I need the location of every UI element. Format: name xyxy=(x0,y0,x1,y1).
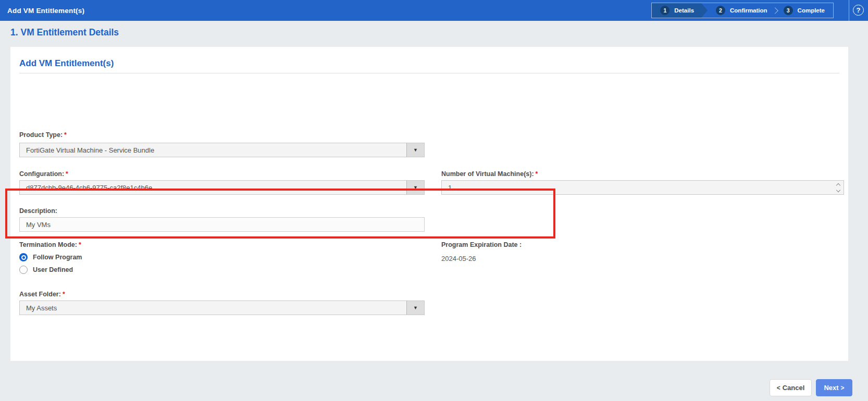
num-vms-value: 1 xyxy=(442,184,833,192)
step-label: Details xyxy=(674,7,694,14)
num-vms-input[interactable]: 1 xyxy=(441,180,844,195)
asset-folder-value: My Assets xyxy=(20,304,406,312)
description-input[interactable]: My VMs xyxy=(19,217,425,232)
next-button-label: Next xyxy=(824,384,838,392)
step-number-badge: 3 xyxy=(784,6,793,15)
next-chevron-icon: > xyxy=(841,384,845,392)
radio-unselected-icon[interactable] xyxy=(19,266,28,274)
radio-label: User Defined xyxy=(33,266,73,273)
cancel-button-label: Cancel xyxy=(783,384,805,392)
card-title: Add VM Entitlement(s) xyxy=(19,58,114,69)
termination-mode-label: Termination Mode:* xyxy=(19,241,81,248)
chevron-down-icon[interactable]: ▼ xyxy=(406,143,424,157)
step-details[interactable]: 1 Details xyxy=(652,3,708,18)
product-type-label: Product Type:* xyxy=(19,131,67,139)
wizard-title: Add VM Entitlement(s) xyxy=(0,7,84,15)
step-label: Complete xyxy=(798,7,825,14)
radio-ring xyxy=(21,255,26,260)
step-confirmation[interactable]: 2 Confirmation xyxy=(708,3,776,18)
next-button[interactable]: Next > xyxy=(816,379,852,396)
step-label: Confirmation xyxy=(730,7,767,14)
description-value: My VMs xyxy=(20,221,51,229)
radio-selected-icon[interactable] xyxy=(19,253,28,261)
required-asterisk: * xyxy=(64,131,67,139)
stepper-down-icon[interactable] xyxy=(836,187,840,192)
configuration-value: d877dcbb-9e46-4cb6-9775-ca2f8e1c4b6e xyxy=(20,184,406,192)
step-number-badge: 1 xyxy=(660,6,669,15)
chevron-down-icon[interactable]: ▼ xyxy=(406,301,424,315)
required-asterisk: * xyxy=(66,170,68,178)
vm-entitlement-form-card: Add VM Entitlement(s) Product Type:* For… xyxy=(10,47,848,361)
page-title: 1. VM Entitlement Details xyxy=(10,27,119,38)
number-stepper[interactable] xyxy=(833,181,844,194)
num-vms-label: Number of Virtual Machine(s):* xyxy=(441,170,538,178)
expiration-date-value: 2024-05-26 xyxy=(441,255,476,262)
expiration-date-label: Program Expiration Date : xyxy=(441,241,522,248)
configuration-label: Configuration:* xyxy=(19,170,68,178)
description-label: Description: xyxy=(19,207,57,215)
asset-folder-select[interactable]: My Assets ▼ xyxy=(19,300,425,315)
asset-folder-label: Asset Folder:* xyxy=(19,291,65,298)
help-icon[interactable]: ? xyxy=(853,5,864,16)
radio-dot xyxy=(22,256,25,259)
required-asterisk: * xyxy=(63,291,65,298)
wizard-header: Add VM Entitlement(s) 1 Details 2 Confir… xyxy=(0,0,868,21)
product-type-value: FortiGate Virtual Machine - Service Bund… xyxy=(20,146,406,154)
cancel-button[interactable]: < Cancel xyxy=(770,379,812,396)
required-asterisk: * xyxy=(536,170,538,178)
radio-user-defined[interactable]: User Defined xyxy=(19,266,73,274)
stepper-up-icon[interactable] xyxy=(836,183,840,187)
wizard-steps: 1 Details 2 Confirmation 3 Complete xyxy=(651,3,834,18)
chevron-down-icon[interactable]: ▼ xyxy=(406,181,424,194)
card-divider xyxy=(19,73,839,73)
step-number-badge: 2 xyxy=(716,6,725,15)
required-asterisk: * xyxy=(79,241,81,248)
radio-follow-program[interactable]: Follow Program xyxy=(19,253,82,261)
help-glyph: ? xyxy=(857,6,861,14)
product-type-select[interactable]: FortiGate Virtual Machine - Service Bund… xyxy=(19,143,425,157)
header-divider xyxy=(849,0,849,21)
back-chevron-icon: < xyxy=(777,384,780,392)
configuration-select[interactable]: d877dcbb-9e46-4cb6-9775-ca2f8e1c4b6e ▼ xyxy=(19,180,425,195)
radio-label: Follow Program xyxy=(33,254,82,261)
step-complete[interactable]: 3 Complete xyxy=(775,3,833,18)
